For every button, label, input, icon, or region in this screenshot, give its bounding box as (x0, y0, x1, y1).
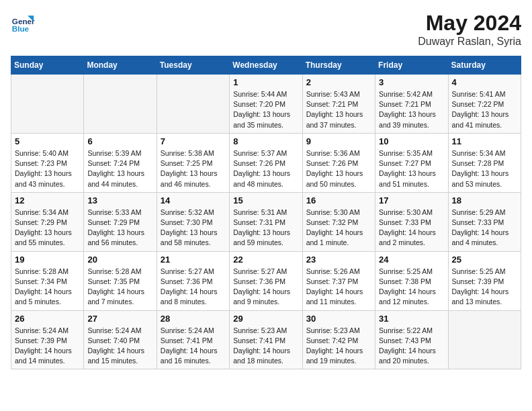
calendar-cell: 29Sunrise: 5:23 AM Sunset: 7:41 PM Dayli… (230, 310, 302, 369)
calendar-week-3: 12Sunrise: 5:34 AM Sunset: 7:29 PM Dayli… (11, 192, 521, 251)
calendar-week-4: 19Sunrise: 5:28 AM Sunset: 7:34 PM Dayli… (11, 251, 521, 310)
day-info: Sunrise: 5:43 AM Sunset: 7:21 PM Dayligh… (306, 89, 371, 130)
calendar-cell: 14Sunrise: 5:32 AM Sunset: 7:30 PM Dayli… (157, 192, 229, 251)
calendar-cell: 23Sunrise: 5:26 AM Sunset: 7:37 PM Dayli… (302, 251, 375, 310)
day-number: 8 (233, 136, 298, 146)
calendar-cell: 2Sunrise: 5:43 AM Sunset: 7:21 PM Daylig… (302, 75, 375, 134)
day-info: Sunrise: 5:24 AM Sunset: 7:39 PM Dayligh… (15, 326, 80, 367)
day-number: 7 (161, 136, 226, 146)
day-number: 14 (161, 195, 226, 205)
title-block: May 2024 Duwayr Raslan, Syria (418, 11, 521, 48)
calendar-cell: 4Sunrise: 5:41 AM Sunset: 7:22 PM Daylig… (448, 75, 521, 134)
day-number: 26 (15, 314, 80, 324)
day-info: Sunrise: 5:41 AM Sunset: 7:22 PM Dayligh… (452, 89, 517, 130)
day-info: Sunrise: 5:38 AM Sunset: 7:25 PM Dayligh… (161, 148, 226, 189)
calendar-cell: 13Sunrise: 5:33 AM Sunset: 7:29 PM Dayli… (84, 192, 157, 251)
day-number: 21 (161, 255, 226, 265)
day-number: 28 (161, 314, 226, 324)
calendar-cell: 30Sunrise: 5:23 AM Sunset: 7:42 PM Dayli… (302, 310, 375, 369)
calendar-cell: 20Sunrise: 5:28 AM Sunset: 7:35 PM Dayli… (84, 251, 157, 310)
day-info: Sunrise: 5:37 AM Sunset: 7:26 PM Dayligh… (233, 148, 298, 189)
day-number: 24 (379, 255, 444, 265)
day-number: 4 (452, 77, 517, 87)
day-number: 15 (233, 195, 298, 205)
calendar-cell: 11Sunrise: 5:34 AM Sunset: 7:28 PM Dayli… (448, 133, 521, 192)
day-info: Sunrise: 5:27 AM Sunset: 7:36 PM Dayligh… (161, 267, 226, 308)
day-number: 27 (87, 314, 152, 324)
day-number: 31 (379, 314, 444, 324)
calendar-cell: 19Sunrise: 5:28 AM Sunset: 7:34 PM Dayli… (11, 251, 84, 310)
day-info: Sunrise: 5:29 AM Sunset: 7:33 PM Dayligh… (452, 208, 517, 248)
day-info: Sunrise: 5:30 AM Sunset: 7:33 PM Dayligh… (379, 208, 444, 248)
day-number: 3 (379, 77, 444, 87)
day-info: Sunrise: 5:22 AM Sunset: 7:43 PM Dayligh… (379, 326, 444, 367)
day-info: Sunrise: 5:28 AM Sunset: 7:34 PM Dayligh… (15, 267, 80, 308)
calendar-cell: 5Sunrise: 5:40 AM Sunset: 7:23 PM Daylig… (11, 133, 84, 192)
calendar-cell: 17Sunrise: 5:30 AM Sunset: 7:33 PM Dayli… (375, 192, 448, 251)
calendar-cell: 28Sunrise: 5:24 AM Sunset: 7:41 PM Dayli… (157, 310, 229, 369)
logo-icon: General Blue (11, 11, 35, 35)
day-number: 13 (87, 195, 152, 205)
day-info: Sunrise: 5:30 AM Sunset: 7:32 PM Dayligh… (306, 208, 371, 248)
calendar-cell (157, 75, 229, 134)
day-info: Sunrise: 5:44 AM Sunset: 7:20 PM Dayligh… (233, 89, 298, 130)
calendar-cell: 25Sunrise: 5:25 AM Sunset: 7:39 PM Dayli… (448, 251, 521, 310)
weekday-header-sunday: Sunday (11, 56, 84, 75)
location-subtitle: Duwayr Raslan, Syria (418, 36, 521, 48)
day-number: 1 (233, 77, 298, 87)
calendar-cell: 21Sunrise: 5:27 AM Sunset: 7:36 PM Dayli… (157, 251, 229, 310)
weekday-header-monday: Monday (84, 56, 157, 75)
day-info: Sunrise: 5:39 AM Sunset: 7:24 PM Dayligh… (87, 148, 152, 189)
calendar-cell: 27Sunrise: 5:24 AM Sunset: 7:40 PM Dayli… (84, 310, 157, 369)
weekday-header-row: SundayMondayTuesdayWednesdayThursdayFrid… (11, 56, 521, 75)
calendar-cell: 18Sunrise: 5:29 AM Sunset: 7:33 PM Dayli… (448, 192, 521, 251)
calendar-cell: 9Sunrise: 5:36 AM Sunset: 7:26 PM Daylig… (302, 133, 375, 192)
weekday-header-tuesday: Tuesday (157, 56, 229, 75)
day-info: Sunrise: 5:32 AM Sunset: 7:30 PM Dayligh… (161, 208, 226, 248)
day-number: 19 (15, 255, 80, 265)
day-info: Sunrise: 5:25 AM Sunset: 7:39 PM Dayligh… (452, 267, 517, 308)
calendar-cell: 7Sunrise: 5:38 AM Sunset: 7:25 PM Daylig… (157, 133, 229, 192)
day-number: 30 (306, 314, 371, 324)
day-number: 6 (87, 136, 152, 146)
day-info: Sunrise: 5:25 AM Sunset: 7:38 PM Dayligh… (379, 267, 444, 308)
day-number: 25 (452, 255, 517, 265)
day-info: Sunrise: 5:34 AM Sunset: 7:28 PM Dayligh… (452, 148, 517, 189)
calendar-cell: 22Sunrise: 5:27 AM Sunset: 7:36 PM Dayli… (230, 251, 302, 310)
day-info: Sunrise: 5:24 AM Sunset: 7:41 PM Dayligh… (161, 326, 226, 367)
weekday-header-friday: Friday (375, 56, 448, 75)
logo: General Blue (11, 11, 35, 35)
calendar-cell: 1Sunrise: 5:44 AM Sunset: 7:20 PM Daylig… (230, 75, 302, 134)
calendar-cell: 12Sunrise: 5:34 AM Sunset: 7:29 PM Dayli… (11, 192, 84, 251)
day-number: 10 (379, 136, 444, 146)
calendar-week-2: 5Sunrise: 5:40 AM Sunset: 7:23 PM Daylig… (11, 133, 521, 192)
day-info: Sunrise: 5:35 AM Sunset: 7:27 PM Dayligh… (379, 148, 444, 189)
day-number: 16 (306, 195, 371, 205)
calendar-cell: 15Sunrise: 5:31 AM Sunset: 7:31 PM Dayli… (230, 192, 302, 251)
day-info: Sunrise: 5:33 AM Sunset: 7:29 PM Dayligh… (87, 208, 152, 248)
day-number: 2 (306, 77, 371, 87)
day-info: Sunrise: 5:40 AM Sunset: 7:23 PM Dayligh… (15, 148, 80, 189)
calendar-cell: 10Sunrise: 5:35 AM Sunset: 7:27 PM Dayli… (375, 133, 448, 192)
day-number: 29 (233, 314, 298, 324)
svg-text:Blue: Blue (12, 24, 30, 33)
calendar-cell: 26Sunrise: 5:24 AM Sunset: 7:39 PM Dayli… (11, 310, 84, 369)
day-info: Sunrise: 5:42 AM Sunset: 7:21 PM Dayligh… (379, 89, 444, 130)
day-number: 23 (306, 255, 371, 265)
calendar-cell: 3Sunrise: 5:42 AM Sunset: 7:21 PM Daylig… (375, 75, 448, 134)
day-number: 17 (379, 195, 444, 205)
calendar-week-5: 26Sunrise: 5:24 AM Sunset: 7:39 PM Dayli… (11, 310, 521, 369)
weekday-header-wednesday: Wednesday (230, 56, 302, 75)
day-number: 12 (15, 195, 80, 205)
weekday-header-saturday: Saturday (448, 56, 521, 75)
page-header: General Blue May 2024 Duwayr Raslan, Syr… (11, 11, 521, 48)
day-info: Sunrise: 5:31 AM Sunset: 7:31 PM Dayligh… (233, 208, 298, 248)
day-number: 5 (15, 136, 80, 146)
day-number: 22 (233, 255, 298, 265)
day-info: Sunrise: 5:28 AM Sunset: 7:35 PM Dayligh… (87, 267, 152, 308)
calendar-cell (448, 310, 521, 369)
day-info: Sunrise: 5:27 AM Sunset: 7:36 PM Dayligh… (233, 267, 298, 308)
day-number: 9 (306, 136, 371, 146)
calendar-cell: 6Sunrise: 5:39 AM Sunset: 7:24 PM Daylig… (84, 133, 157, 192)
day-info: Sunrise: 5:36 AM Sunset: 7:26 PM Dayligh… (306, 148, 371, 189)
